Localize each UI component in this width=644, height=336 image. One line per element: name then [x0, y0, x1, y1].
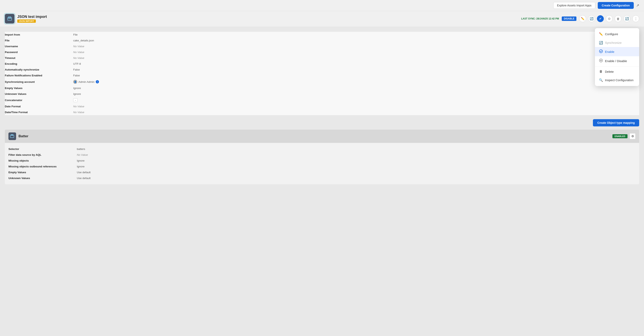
- dropdown-menu: ✏️Configure🔄SynchronizeEnableEnable / Di…: [595, 28, 639, 86]
- configure-icon-btn[interactable]: ✏️: [579, 15, 586, 22]
- config-value: UTF-8: [73, 62, 81, 65]
- info-icon[interactable]: i: [96, 80, 99, 83]
- object-config-row: Missing objectsIgnore: [8, 158, 636, 164]
- dropdown-item-synchronize[interactable]: 🔄Synchronize: [595, 38, 639, 47]
- config-label: Unknown Values: [5, 92, 73, 95]
- schedule-icon-btn[interactable]: ⊙: [606, 15, 612, 22]
- object-config-label: Unknown Values: [8, 177, 77, 180]
- app-type-badge: JSON IMPORT: [17, 19, 36, 23]
- config-row: Concatenator-: [5, 97, 639, 103]
- config-value: Ignore: [73, 92, 81, 95]
- app-title-group: JSON test import JSON IMPORT: [17, 15, 47, 23]
- config-value: 👤Admin Admini: [73, 80, 99, 84]
- config-row: Failure Notifications EnabledFalse: [5, 72, 639, 78]
- object-config-row: Filter data source by AQLNo Value: [8, 152, 636, 158]
- object-gear-button[interactable]: ⚙: [630, 133, 636, 139]
- config-value: Ignore: [73, 87, 81, 90]
- dropdown-item-delete[interactable]: 🗑Delete: [595, 67, 639, 76]
- dropdown-item-enable[interactable]: Enable: [595, 47, 639, 56]
- config-value: No Value: [73, 56, 84, 59]
- object-config-value: Use default: [77, 171, 90, 174]
- object-config-label: Missing objects: [8, 159, 77, 162]
- user-avatar: 👤: [73, 80, 77, 84]
- object-config-label: Selector: [8, 147, 77, 151]
- object-header-right: ENABLED ⚙: [612, 133, 636, 139]
- object-header-left: Batter: [8, 132, 28, 140]
- config-label: Date Format: [5, 105, 73, 108]
- create-configuration-button[interactable]: Create Configuration: [598, 2, 634, 9]
- delete-icon-btn[interactable]: 🗑: [615, 15, 622, 22]
- config-row: Filecake_details.json: [5, 37, 639, 43]
- object-config-row: Missing objects outbound referencesIgnor…: [8, 164, 636, 169]
- object-config-row: Unknown ValuesUse default: [8, 175, 636, 181]
- config-row: UsernameNo Value: [5, 43, 639, 49]
- object-header: Batter ENABLED ⚙: [5, 130, 639, 143]
- test-icon-btn[interactable]: 🔄: [624, 15, 630, 22]
- config-row: PasswordNo Value: [5, 49, 639, 55]
- svg-rect-0: [8, 17, 12, 20]
- user-name: Admin Admin: [78, 80, 94, 83]
- config-value: cake_details.json: [73, 39, 94, 42]
- config-value: -: [73, 98, 78, 102]
- object-config-value: batters: [77, 147, 85, 151]
- status-badge: DISABLE: [562, 16, 576, 21]
- dropdown-icon-delete: 🗑: [599, 70, 603, 73]
- config-value: False: [73, 68, 80, 71]
- create-mapping-row: Create Object type mapping: [5, 119, 639, 126]
- config-label: Timeout: [5, 56, 73, 59]
- config-row: TimeoutNo Value: [5, 55, 639, 61]
- object-config-value: Ignore: [77, 165, 84, 168]
- config-label: Date/Time Format: [5, 111, 73, 114]
- dropdown-item-inspect[interactable]: 🔍Inspect Configuration: [595, 76, 639, 84]
- svg-rect-1: [8, 17, 11, 18]
- object-config-label: Missing objects outbound references: [8, 165, 77, 168]
- config-value: No Value: [73, 105, 84, 108]
- dropdown-label-inspect: Inspect Configuration: [605, 78, 634, 82]
- object-config-row: Selectorbatters: [8, 146, 636, 152]
- config-label: Encoding: [5, 62, 73, 65]
- explore-assets-button[interactable]: Explore Assets Import Apps: [553, 2, 595, 9]
- dropdown-icon-synchronize: 🔄: [599, 41, 603, 45]
- config-value: No Value: [73, 45, 84, 48]
- more-icon-btn[interactable]: ⋮: [632, 15, 639, 22]
- action-icons: ✏️ 🔄 ✔ ⊙ 🗑 🔄 ⋮: [579, 15, 639, 22]
- dropdown-item-enable-disable[interactable]: Enable / Disable: [595, 56, 639, 65]
- dropdown-label-delete: Delete: [605, 70, 614, 73]
- app-icon: [5, 14, 14, 23]
- config-label: Concatenator: [5, 99, 73, 102]
- config-row: Automatically synchronizeFalse: [5, 67, 639, 72]
- config-table: Import fromFileFilecake_details.jsonUser…: [5, 32, 639, 115]
- svg-point-7: [600, 60, 602, 61]
- config-value: No Value: [73, 51, 84, 54]
- dropdown-label-synchronize: Synchronize: [605, 41, 622, 44]
- sync-status-text: LAST SYNC: 28/JAN/25 12:42 PM: [521, 17, 559, 20]
- object-config-label: Empty Values: [8, 171, 77, 174]
- sync-icon-btn[interactable]: 🔄: [588, 15, 595, 22]
- object-config-value: Ignore: [77, 159, 84, 162]
- app-header-left: JSON test import JSON IMPORT: [5, 14, 47, 23]
- config-value: File: [73, 33, 78, 36]
- config-label: Synchronizing account: [5, 80, 73, 83]
- object-enabled-badge: ENABLED: [612, 134, 628, 138]
- dropdown-item-configure[interactable]: ✏️Configure: [595, 30, 639, 38]
- create-object-type-mapping-button[interactable]: Create Object type mapping: [593, 119, 639, 126]
- dropdown-icon-enable: [599, 49, 603, 54]
- config-label: Password: [5, 51, 73, 54]
- config-label: File: [5, 39, 73, 42]
- config-row: Date/Time FormatNo Value: [5, 109, 639, 115]
- app-header: JSON test import JSON IMPORT LAST SYNC: …: [0, 11, 644, 27]
- config-row: Unknown ValuesIgnore: [5, 91, 639, 97]
- external-link-icon[interactable]: ↗: [636, 3, 639, 8]
- object-config-row: Empty ValuesUse default: [8, 169, 636, 175]
- object-config-value: Use default: [77, 177, 90, 180]
- config-row: EncodingUTF-8: [5, 61, 639, 67]
- svg-point-5: [599, 50, 602, 53]
- object-name: Batter: [18, 134, 28, 138]
- dropdown-label-enable: Enable: [605, 50, 614, 53]
- object-section: Batter ENABLED ⚙ SelectorbattersFilter d…: [5, 130, 639, 184]
- dropdown-label-configure: Configure: [605, 32, 618, 36]
- dropdown-icon-enable-disable: [599, 59, 603, 63]
- object-config-label: Filter data source by AQL: [8, 153, 77, 156]
- enable-icon-btn[interactable]: ✔: [597, 15, 604, 22]
- object-type-icon: [8, 132, 16, 140]
